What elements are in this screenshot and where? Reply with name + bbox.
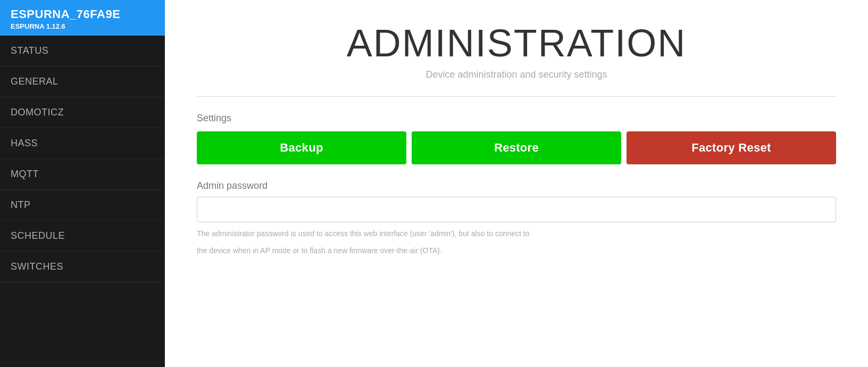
- sidebar-item-general[interactable]: GENERAL: [0, 66, 165, 97]
- device-name: ESPURNA_76FA9E: [11, 7, 154, 21]
- main-content: ADMINISTRATION Device administration and…: [165, 0, 868, 367]
- sidebar-item-label-status: STATUS: [11, 45, 48, 56]
- device-version: ESPURNA 1.12.6: [11, 22, 154, 30]
- sidebar-item-switches[interactable]: SWITCHES: [0, 252, 165, 282]
- sidebar-nav: STATUS GENERAL DOMOTICZ HASS MQTT NTP SC…: [0, 36, 165, 367]
- sidebar-item-label-hass: HASS: [11, 138, 38, 149]
- sidebar-item-mqtt[interactable]: MQTT: [0, 159, 165, 190]
- sidebar-item-label-general: GENERAL: [11, 76, 59, 87]
- admin-password-label: Admin password: [197, 180, 836, 191]
- factory-reset-button[interactable]: Factory Reset: [627, 131, 836, 164]
- sidebar-item-ntp[interactable]: NTP: [0, 190, 165, 221]
- page-header: ADMINISTRATION Device administration and…: [197, 21, 836, 80]
- sidebar-item-label-ntp: NTP: [11, 199, 31, 211]
- backup-button[interactable]: Backup: [197, 131, 406, 164]
- sidebar-item-label-mqtt: MQTT: [11, 169, 39, 180]
- settings-button-row: Backup Restore Factory Reset: [197, 131, 836, 164]
- page-subtitle: Device administration and security setti…: [197, 69, 836, 80]
- sidebar-item-label-domoticz: DOMOTICZ: [11, 107, 64, 118]
- sidebar-item-label-schedule: SCHEDULE: [11, 230, 65, 241]
- sidebar-item-status[interactable]: STATUS: [0, 36, 165, 66]
- admin-password-section: Admin password The administrator passwor…: [197, 180, 836, 257]
- settings-label: Settings: [197, 113, 836, 124]
- restore-button[interactable]: Restore: [412, 131, 621, 164]
- sidebar: ESPURNA_76FA9E ESPURNA 1.12.6 STATUS GEN…: [0, 0, 165, 367]
- sidebar-item-label-switches: SWITCHES: [11, 261, 63, 272]
- admin-password-input[interactable]: [197, 197, 836, 222]
- sidebar-item-domoticz[interactable]: DOMOTICZ: [0, 97, 165, 128]
- sidebar-item-hass[interactable]: HASS: [0, 128, 165, 159]
- admin-password-hint-line2: the device when in AP mode or to flash a…: [197, 245, 836, 256]
- sidebar-item-schedule[interactable]: SCHEDULE: [0, 221, 165, 252]
- page-title: ADMINISTRATION: [197, 21, 836, 65]
- sidebar-header: ESPURNA_76FA9E ESPURNA 1.12.6: [0, 0, 165, 36]
- header-divider: [197, 96, 836, 97]
- admin-password-hint-line1: The administrator password is used to ac…: [197, 228, 836, 239]
